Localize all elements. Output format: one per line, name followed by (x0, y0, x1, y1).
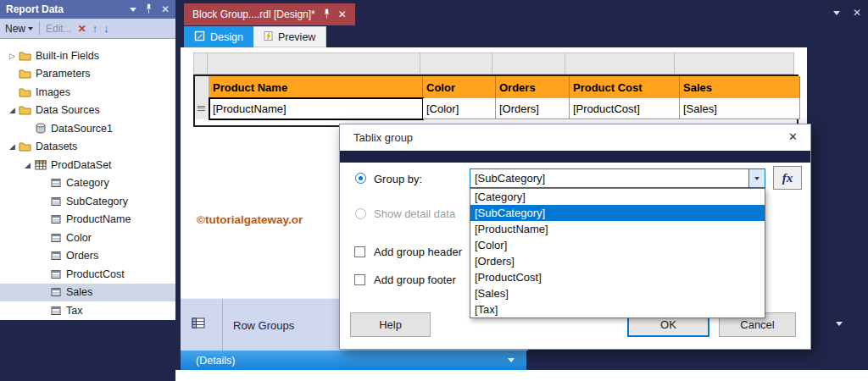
dropdown-item[interactable]: [ProductCost] (470, 269, 765, 285)
tree-item-productname[interactable]: ProductName (0, 211, 175, 229)
tree-item-proddataset[interactable]: ◢ ProdDataSet (0, 156, 175, 174)
dialog-close-icon[interactable]: ✕ (788, 130, 798, 143)
fx-expression-button[interactable]: fx (773, 166, 802, 190)
header-cell[interactable]: Product Cost (570, 76, 680, 98)
tree-item-label: Color (66, 232, 92, 244)
tree-item-datasets[interactable]: ◢ Datasets (0, 138, 175, 157)
help-button[interactable]: Help (350, 312, 431, 337)
row-groups-label: Row Groups (233, 319, 294, 332)
column-groups-chevron-icon[interactable] (836, 322, 843, 326)
group-by-radio[interactable] (355, 173, 366, 184)
expander-expanded-icon[interactable]: ◢ (22, 161, 33, 169)
expander-expanded-icon[interactable]: ◢ (7, 142, 18, 151)
expander-collapsed-icon[interactable]: ▷ (7, 52, 18, 60)
panel-close-icon[interactable]: ✕ (161, 3, 170, 15)
group-expression-combo[interactable]: [SubCategory] (470, 168, 765, 188)
tablix-header-row: Product Name Color Orders Product Cost S… (209, 76, 800, 98)
show-detail-radio[interactable] (355, 208, 366, 219)
dropdown-item[interactable]: [Category] (470, 189, 765, 205)
new-dropdown-chevron-icon (28, 27, 33, 30)
data-cell[interactable]: [Sales] (680, 98, 800, 119)
column-handle[interactable] (565, 52, 675, 75)
dropdown-item[interactable]: [Sales] (470, 285, 765, 301)
edit-button[interactable]: Edit... (46, 23, 72, 35)
report-data-tree: ▷ Built-in Fields Parameters Images ◢ Da… (0, 39, 175, 320)
tablix-group-dialog: Tablix group ✕ Group by: [SubCategory] f… (339, 124, 811, 350)
dropdown-item-selected[interactable]: [SubCategory] (470, 205, 765, 221)
tree-item-color[interactable]: Color (0, 229, 175, 247)
document-well-controls: ✕ (833, 7, 861, 19)
column-handle[interactable] (207, 52, 420, 75)
move-down-button[interactable]: ↓ (103, 22, 109, 35)
header-cell[interactable]: Sales (680, 76, 800, 98)
tree-item-subcategory[interactable]: SubCategory (0, 192, 175, 211)
header-cell[interactable]: Orders (496, 76, 570, 98)
doc-well-chevron-icon[interactable] (833, 11, 840, 15)
pin-icon[interactable] (145, 3, 153, 16)
expander-expanded-icon[interactable]: ◢ (7, 106, 18, 114)
folder-icon (18, 87, 32, 97)
data-cell[interactable]: [Color] (423, 98, 496, 119)
tree-item-data-sources[interactable]: ◢ Data Sources (0, 102, 175, 120)
tab-preview[interactable]: Preview (253, 26, 326, 47)
tree-item-built-in-fields[interactable]: ▷ Built-in Fields (0, 47, 175, 65)
add-footer-label: Add group footer (374, 273, 456, 286)
tree-item-parameters[interactable]: Parameters (0, 65, 175, 84)
column-handle[interactable] (420, 52, 492, 75)
tree-item-productcost[interactable]: ProductCost (0, 265, 175, 284)
header-cell[interactable]: Product Name (209, 76, 423, 98)
panel-title: Report Data (6, 3, 130, 15)
dropdown-item[interactable]: [Orders] (470, 253, 765, 269)
tree-item-label: Tax (66, 305, 82, 317)
dropdown-item[interactable]: [Tax] (470, 301, 765, 318)
header-cell[interactable]: Color (423, 76, 496, 98)
mode-tabs: Design Preview (184, 26, 326, 47)
add-header-checkbox[interactable] (354, 246, 365, 257)
tab-preview-label: Preview (278, 31, 315, 43)
tree-item-sales[interactable]: Sales (0, 284, 175, 302)
toolbar-separator (39, 22, 40, 35)
expression-dropdown-list: [Category] [SubCategory] [ProductName] [… (470, 188, 765, 318)
delete-button[interactable]: ✕ (78, 23, 86, 35)
tab-design[interactable]: Design (184, 26, 253, 47)
data-cell[interactable]: [Orders] (496, 98, 570, 119)
doc-well-close-icon[interactable]: ✕ (853, 7, 861, 19)
pin-icon[interactable] (323, 8, 331, 21)
tablix[interactable]: Product Name Color Orders Product Cost S… (193, 75, 798, 127)
dropdown-item[interactable]: [Color] (470, 237, 765, 253)
tree-item-datasource1[interactable]: DataSource1 (0, 119, 175, 138)
dataset-table-icon (33, 160, 47, 170)
add-footer-checkbox[interactable] (354, 274, 365, 285)
tab-close-icon[interactable]: ✕ (338, 8, 347, 20)
panel-menu-chevron-icon[interactable] (130, 8, 136, 12)
chevron-down-icon (754, 177, 760, 180)
folder-icon (18, 69, 32, 79)
data-cell[interactable]: [ProductCost] (570, 98, 680, 119)
document-tab[interactable]: Block Group....rdl [Design]* ✕ (184, 3, 355, 25)
dropdown-item[interactable]: [ProductName] (470, 221, 765, 237)
data-cell[interactable]: [ProductName] (209, 98, 423, 119)
tree-item-images[interactable]: Images (0, 83, 175, 102)
dialog-band (340, 151, 810, 163)
combo-dropdown-button[interactable] (748, 169, 765, 187)
column-handle[interactable] (492, 52, 565, 75)
folder-icon (18, 51, 32, 61)
database-icon (33, 123, 47, 134)
row-handle[interactable] (195, 76, 209, 119)
report-data-header: Report Data ✕ (0, 0, 175, 19)
details-group-item[interactable]: (Details) (181, 351, 526, 370)
tree-item-label: DataSource1 (51, 123, 113, 135)
field-icon (48, 214, 63, 224)
field-icon (48, 287, 63, 297)
tree-item-tax[interactable]: Tax (0, 301, 175, 320)
tree-item-label: Sales (66, 286, 92, 298)
tree-item-label: Data Sources (36, 104, 100, 116)
move-up-button[interactable]: ↑ (92, 22, 98, 35)
column-handle[interactable] (674, 52, 794, 75)
tree-item-orders[interactable]: Orders (0, 247, 175, 266)
tree-item-category[interactable]: Category (0, 174, 175, 193)
tree-item-label: Built-in Fields (36, 50, 99, 62)
corner-handle[interactable] (193, 52, 208, 75)
new-button[interactable]: New (5, 23, 33, 35)
details-dropdown-chevron-icon[interactable] (508, 358, 515, 362)
